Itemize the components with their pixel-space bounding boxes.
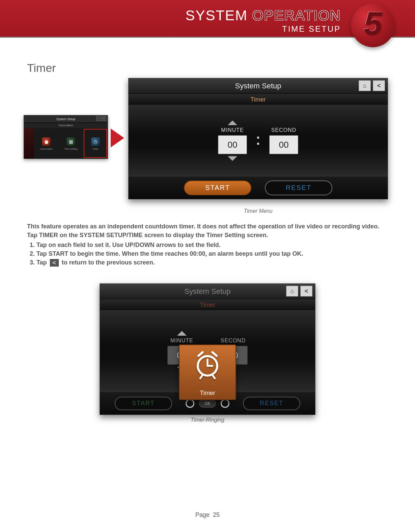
thumb-item-time-setting[interactable]: ▦ Time Setting [59, 128, 83, 159]
thumb-sidebar [24, 128, 34, 159]
step-text: to return to the previous screen. [62, 259, 155, 266]
paragraph: Tap TIMER on the SYSTEM SETUP/TIME scree… [27, 231, 388, 239]
figure-caption: Timer-Ringing [100, 417, 315, 423]
back-icon: < [50, 259, 59, 267]
thumb-item-timer[interactable]: ◷ Timer [83, 128, 108, 159]
timer-alarm-modal: Timer [179, 344, 236, 400]
thumb-subtitle: Clock Alarm [24, 123, 108, 128]
ok-slider[interactable]: OK [186, 399, 229, 408]
alarm-clock-icon [192, 349, 223, 380]
panel-title: System Setup [235, 82, 281, 90]
reset-button[interactable]: RESET [243, 397, 300, 410]
modal-label: Timer [200, 390, 215, 397]
timer-menu-panel: System Setup ⌂ < Timer MINUTE 00 SECOND … [128, 78, 388, 199]
home-icon[interactable]: ⌂ [359, 80, 371, 91]
start-button[interactable]: START [115, 397, 172, 410]
header-title: SYSTEM OPERATION [185, 7, 341, 24]
up-arrow-icon[interactable] [177, 331, 187, 336]
thumb-item-label: Time Setting [64, 148, 77, 150]
up-arrow-icon[interactable] [228, 120, 237, 125]
timer-icon: ◷ [91, 137, 100, 146]
panel-title: System Setup [185, 287, 231, 296]
chapter-number: 5 [364, 5, 382, 42]
home-icon[interactable]: ⌂ [96, 116, 101, 121]
panel-subtitle: Timer [100, 299, 315, 311]
footer-page-number: 25 [213, 511, 220, 518]
thumb-item-clock-alarm[interactable]: ⏰ Clock Alarm [34, 128, 59, 159]
thumb-item-label: Timer [92, 148, 99, 150]
system-setup-thumbnail: System Setup ⌂ < Clock Alarm ⏰ Clock Ala… [24, 115, 108, 159]
calendar-icon: ▦ [66, 137, 76, 146]
panel-subtitle: Timer [129, 94, 388, 105]
body-text: This feature operates as an independent … [27, 222, 388, 267]
minute-label: MINUTE [170, 338, 193, 344]
header-title-right: OPERATION [252, 7, 341, 23]
slider-ring-icon [221, 399, 229, 408]
step-text: Tap [36, 259, 49, 266]
step-item: Tap START to begin the time. When the ti… [36, 250, 388, 258]
page-header: SYSTEM OPERATION TIME SETUP 5 [0, 0, 415, 38]
second-field[interactable]: 00 [269, 135, 298, 154]
header-subtitle: TIME SETUP [282, 24, 341, 34]
ok-button[interactable]: OK [199, 399, 216, 408]
back-icon[interactable]: < [373, 80, 385, 91]
start-button[interactable]: START [184, 180, 251, 195]
thumb-title: System Setup [56, 117, 75, 121]
minute-field[interactable]: 00 [218, 135, 247, 154]
back-icon[interactable]: < [102, 116, 106, 121]
second-column: SECOND 00 [269, 127, 298, 154]
reset-button[interactable]: RESET [265, 180, 332, 195]
paragraph: This feature operates as an independent … [27, 222, 388, 230]
svg-line-3 [200, 376, 202, 379]
second-label: SECOND [271, 127, 296, 133]
step-item: Tap < to return to the previous screen. [36, 258, 388, 267]
arrow-icon [111, 129, 124, 147]
thumb-item-label: Clock Alarm [40, 148, 53, 150]
minute-label: MINUTE [221, 127, 244, 133]
page-title: Timer [27, 61, 388, 75]
page-footer: Page 25 [0, 511, 415, 519]
minute-column: MINUTE 00 [218, 120, 247, 161]
colon-separator [257, 137, 259, 145]
figure-caption: Timer Menu [128, 208, 388, 214]
slider-ring-icon [186, 399, 194, 408]
svg-line-4 [213, 376, 215, 379]
header-title-left: SYSTEM [185, 7, 252, 23]
down-arrow-icon[interactable] [228, 156, 237, 161]
alarm-icon: ⏰ [42, 137, 51, 146]
step-item: Tap on each field to set it. Use UP/DOWN… [36, 241, 388, 249]
thumb-titlebar: System Setup ⌂ < [24, 115, 108, 123]
footer-label: Page [195, 511, 210, 518]
panel-titlebar: System Setup ⌂ < [129, 78, 388, 94]
second-label: SECOND [221, 338, 246, 344]
home-icon[interactable]: ⌂ [286, 286, 298, 297]
back-icon[interactable]: < [300, 286, 312, 297]
timer-ringing-panel: System Setup ⌂ < Timer MINUTE 00 SECOND … [100, 283, 315, 415]
panel-titlebar: System Setup ⌂ < [100, 284, 315, 299]
chapter-badge: 5 [351, 3, 395, 47]
